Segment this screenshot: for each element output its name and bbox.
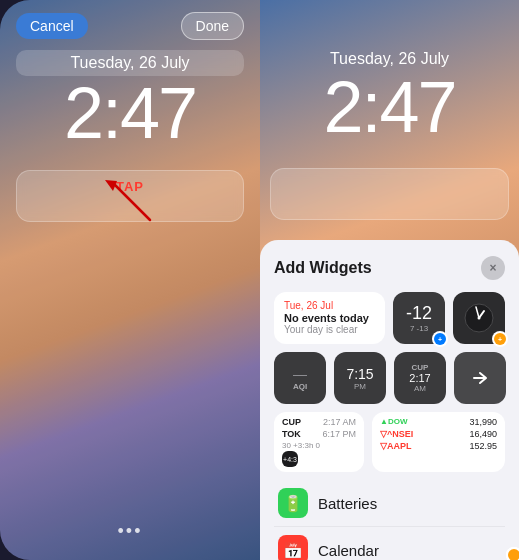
done-button[interactable]: Done	[181, 12, 244, 40]
widget-row-2: — AQI + 7:15 PM + CUP 2:17 AM	[274, 352, 505, 404]
cup-widget[interactable]: CUP 2:17 AM	[394, 352, 446, 404]
time-value: 7:15	[346, 366, 373, 382]
temperature-widget[interactable]: -12 7 -13 +	[393, 292, 445, 344]
widget-row-1: Tue, 26 Jul No events today Your day is …	[274, 292, 505, 344]
cup-tok-extras: 30 +3:3h 0	[282, 441, 356, 450]
temp-range: 7 -13	[410, 324, 428, 333]
arrow-widget[interactable]	[454, 352, 506, 404]
cal-sub: Your day is clear	[284, 324, 375, 335]
aapl-row: ▽AAPL 152.95	[380, 441, 497, 451]
cancel-button[interactable]: Cancel	[16, 13, 88, 39]
batteries-list-item[interactable]: 🔋 Batteries	[274, 480, 505, 527]
sheet-close-button[interactable]: ×	[481, 256, 505, 280]
right-lockscreen-panel: Tuesday, 26 July 2:47 Add Widgets × Tue,…	[260, 0, 519, 560]
more-dots[interactable]: •••	[118, 521, 143, 542]
dow-label: ▲DOW	[380, 417, 407, 427]
right-empty-widget[interactable]	[270, 168, 509, 220]
temp-value: -12	[406, 303, 432, 324]
right-time-display: 2:47	[260, 66, 519, 148]
cup-tok-widget[interactable]: CUP 2:17 AM TOK 6:17 PM 30 +3:3h 0 +4:3	[274, 412, 364, 472]
aqi-text: AQI	[293, 382, 307, 391]
calendar-icon: 📅	[278, 535, 308, 560]
temp-badge: +	[432, 331, 448, 347]
aapl-label: ▽AAPL	[380, 441, 412, 451]
sheet-header: Add Widgets ×	[274, 256, 505, 280]
cal-date: Tue, 26 Jul	[284, 300, 375, 311]
clock-badge: +	[492, 331, 508, 347]
calendar-label: Calendar	[318, 542, 379, 559]
dow-row: ▲DOW 31,990	[380, 417, 497, 427]
aqi-dashes: —	[293, 366, 307, 382]
cup-tok-tok-time: 6:17 PM	[322, 429, 356, 439]
svg-point-14	[508, 549, 519, 560]
svg-line-0	[115, 185, 150, 220]
widget-list: 🔋 Batteries 📅 Calendar	[274, 480, 505, 560]
cup-time2: AM	[414, 384, 426, 393]
cup-tok-badge: +4:3	[282, 451, 298, 467]
sheet-title: Add Widgets	[274, 259, 372, 277]
cup-label: CUP	[412, 363, 429, 372]
cup-time: 2:17	[409, 372, 430, 384]
aqi-widget[interactable]: — AQI +	[274, 352, 326, 404]
svg-marker-1	[105, 180, 117, 191]
tap-arrow	[95, 175, 165, 229]
nsei-label: ▽^NSEI	[380, 429, 413, 439]
calendar-emoji: 📅	[283, 541, 303, 560]
arrow-badge	[506, 547, 519, 560]
svg-text:+: +	[438, 336, 442, 343]
time-period: PM	[354, 382, 366, 391]
cal-title: No events today	[284, 312, 375, 324]
batteries-icon: 🔋	[278, 488, 308, 518]
clock-widget[interactable]: +	[453, 292, 505, 344]
left-time-display: 2:47	[0, 72, 260, 154]
left-lockscreen-panel: Cancel Done Tuesday, 26 July 2:47 TAP ••…	[0, 0, 260, 560]
calendar-widget[interactable]: Tue, 26 Jul No events today Your day is …	[274, 292, 385, 344]
aapl-price: 152.95	[469, 441, 497, 451]
widget-row-3: CUP 2:17 AM TOK 6:17 PM 30 +3:3h 0 +4:3 …	[274, 412, 505, 472]
add-widgets-sheet: Add Widgets × Tue, 26 Jul No events toda…	[260, 240, 519, 560]
cup-tok-tok-label: TOK	[282, 429, 301, 439]
dow-price: 31,990	[469, 417, 497, 427]
batteries-emoji: 🔋	[283, 494, 303, 513]
cup-tok-cup-label: CUP	[282, 417, 301, 427]
calendar-list-item[interactable]: 📅 Calendar	[274, 527, 505, 560]
stocks-widget[interactable]: ▲DOW 31,990 ▽^NSEI 16,490 ▽AAPL 152.95	[372, 412, 505, 472]
cup-tok-cup-time: 2:17 AM	[323, 417, 356, 427]
batteries-label: Batteries	[318, 495, 377, 512]
left-top-bar: Cancel Done	[0, 12, 260, 40]
nsei-row: ▽^NSEI 16,490	[380, 429, 497, 439]
svg-text:+: +	[498, 336, 502, 343]
time-widget[interactable]: 7:15 PM +	[334, 352, 386, 404]
nsei-price: 16,490	[469, 429, 497, 439]
